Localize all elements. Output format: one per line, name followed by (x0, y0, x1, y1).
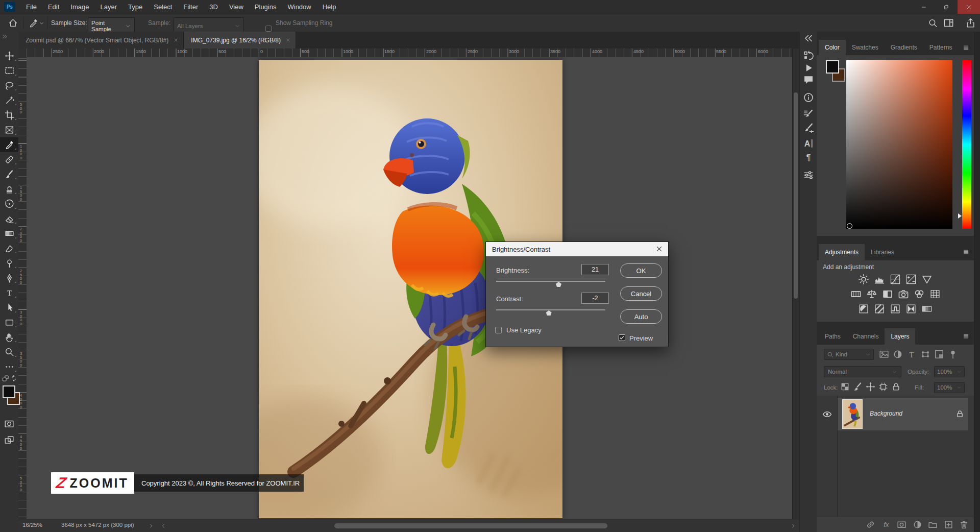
lock-all[interactable] (891, 382, 901, 392)
eyedropper-tool-icon[interactable] (29, 14, 38, 32)
filter-smart-objects[interactable] (934, 349, 944, 359)
eraser-tool[interactable] (0, 211, 18, 226)
expand-toolbar-icon[interactable] (2, 33, 8, 40)
horizontal-scrollbar-thumb[interactable] (334, 523, 607, 528)
brushes-panel-button[interactable] (803, 123, 814, 134)
dodge-tool[interactable] (0, 256, 18, 271)
adj-brightness-contrast[interactable] (858, 274, 869, 285)
adj-levels[interactable] (874, 274, 885, 285)
tab-adjustments[interactable]: Adjustments (819, 244, 865, 260)
delete-layer-button[interactable] (959, 520, 969, 529)
auto-button[interactable]: Auto (620, 309, 662, 324)
filter-pixel-layers[interactable] (879, 349, 889, 359)
saturation-brightness-field[interactable] (846, 60, 952, 229)
menu-help[interactable]: Help (317, 0, 342, 14)
layer-filter-kind-select[interactable]: Kind (824, 349, 874, 360)
paragraph-panel-button[interactable]: ¶ (803, 152, 814, 163)
zoom-tool[interactable] (0, 345, 18, 359)
new-adjustment-layer-button[interactable] (913, 520, 922, 529)
brightness-slider[interactable] (496, 281, 605, 282)
clone-stamp-tool[interactable] (0, 182, 18, 197)
close-window-button[interactable] (958, 0, 980, 14)
adj-exposure[interactable] (905, 274, 917, 285)
menu-file[interactable]: File (20, 0, 42, 14)
add-layer-mask-button[interactable] (897, 520, 906, 529)
hand-tool[interactable] (0, 330, 18, 345)
adj-threshold[interactable] (890, 303, 901, 315)
default-colors-icon[interactable] (2, 375, 10, 382)
character-panel-button[interactable]: A (803, 138, 814, 149)
menu-select[interactable]: Select (148, 0, 178, 14)
minimize-button[interactable] (913, 0, 935, 14)
panel-menu-icon[interactable] (962, 248, 970, 256)
brightness-value-field[interactable]: 21 (581, 264, 609, 275)
workspace-switcher-icon[interactable] (943, 14, 954, 32)
color-selection-marker[interactable] (847, 223, 852, 229)
hue-slider-marker[interactable] (958, 213, 962, 219)
dialog-close-icon[interactable] (655, 245, 663, 253)
foreground-color-swatch[interactable] (3, 385, 15, 398)
document-tab-zoomit-psd[interactable]: Zoomit.psd @ 66/7% (Vector Smart Object,… (18, 32, 184, 49)
layer-row-background[interactable]: Background (817, 398, 974, 430)
menu-3d[interactable]: 3D (204, 0, 224, 14)
menu-layer[interactable]: Layer (95, 0, 123, 14)
filter-shape-layers[interactable] (920, 349, 930, 359)
foreground-color-chip[interactable] (826, 60, 839, 74)
screen-mode-icon[interactable] (4, 435, 14, 445)
search-icon[interactable] (928, 14, 938, 32)
history-brush-tool[interactable] (0, 197, 18, 211)
lock-artboard-nesting[interactable] (878, 382, 888, 392)
properties-panel-button[interactable] (803, 170, 814, 181)
adj-color-balance[interactable] (866, 288, 877, 300)
swap-colors-icon[interactable] (10, 375, 17, 382)
gradient-tool[interactable] (0, 226, 18, 241)
tab-layers[interactable]: Layers (885, 328, 915, 345)
brightness-slider-thumb[interactable] (556, 282, 561, 287)
link-layers-button[interactable] (866, 520, 875, 529)
adj-vibrance[interactable] (921, 274, 933, 285)
scroll-left-icon[interactable] (160, 523, 166, 529)
adj-photo-filter[interactable] (898, 288, 909, 300)
marquee-tool[interactable] (0, 63, 18, 78)
menu-edit[interactable]: Edit (42, 0, 65, 14)
lasso-tool[interactable] (0, 78, 18, 93)
frame-tool[interactable] (0, 123, 18, 137)
menu-image[interactable]: Image (65, 0, 94, 14)
blend-mode-select[interactable]: Normal (824, 366, 901, 377)
comments-panel-button[interactable] (803, 74, 814, 85)
tab-patterns[interactable]: Patterns (923, 40, 959, 55)
tab-color[interactable]: Color (819, 40, 846, 55)
adj-gradient-map[interactable] (921, 303, 933, 315)
panel-menu-icon[interactable] (962, 332, 970, 340)
adj-posterize[interactable] (874, 303, 885, 315)
dialog-title-bar[interactable]: Brightness/Contrast (486, 242, 668, 256)
vertical-scrollbar-thumb[interactable] (794, 92, 798, 299)
brush-settings-panel-button[interactable] (803, 108, 814, 119)
lock-image-pixels[interactable] (853, 382, 863, 392)
contrast-slider-thumb[interactable] (546, 310, 552, 316)
adj-hue-saturation[interactable] (850, 288, 862, 300)
path-selection-tool[interactable] (0, 300, 18, 315)
use-legacy-checkbox[interactable] (495, 327, 502, 333)
close-tab-icon[interactable] (286, 38, 290, 42)
scroll-right-icon[interactable] (790, 523, 796, 529)
fill-field[interactable]: 100% (934, 382, 965, 393)
menu-type[interactable]: Type (122, 0, 148, 14)
cancel-button[interactable]: Cancel (620, 286, 662, 301)
collapse-panels-button[interactable] (803, 33, 814, 44)
tab-gradients[interactable]: Gradients (885, 40, 923, 55)
actions-panel-button[interactable] (803, 62, 814, 74)
type-tool[interactable]: T (0, 285, 18, 300)
adj-invert[interactable] (858, 303, 869, 315)
menu-filter[interactable]: Filter (178, 0, 204, 14)
filter-attributes[interactable] (948, 349, 958, 359)
adj-channel-mixer[interactable] (914, 288, 925, 300)
vertical-scrollbar[interactable] (792, 49, 799, 519)
close-tab-icon[interactable] (174, 38, 178, 42)
show-sampling-ring-checkbox[interactable] (265, 26, 272, 32)
tool-preset-chevron-icon[interactable] (39, 20, 44, 26)
object-selection-tool[interactable] (0, 93, 18, 108)
info-panel-button[interactable] (803, 92, 814, 103)
tab-paths[interactable]: Paths (819, 328, 847, 345)
status-chevron-icon[interactable] (148, 523, 154, 529)
